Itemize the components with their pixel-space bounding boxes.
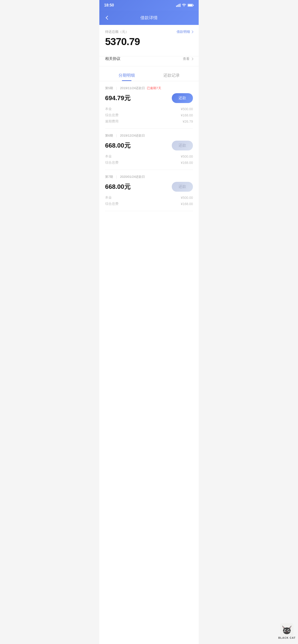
- back-button[interactable]: [104, 14, 111, 21]
- tab-bar: 分期明细 还款记录: [99, 69, 199, 81]
- status-time: 18:50: [104, 3, 114, 8]
- status-icons: [176, 4, 194, 7]
- tab-installment[interactable]: 分期明细: [104, 69, 149, 81]
- period-1-sep: ｜: [115, 86, 118, 90]
- detail-row: 本金 ¥500.00: [105, 154, 193, 158]
- tab-records[interactable]: 还款记录: [149, 69, 194, 81]
- detail-row: 综合息费 ¥168.00: [105, 113, 193, 118]
- detail-value: ¥500.00: [181, 154, 193, 158]
- detail-row: 综合息费 ¥168.00: [105, 160, 193, 165]
- chevron-right-icon: [191, 30, 193, 33]
- period-1-overdue: 已逾期7天: [147, 86, 161, 90]
- agreement-label: 相关协议: [105, 56, 120, 61]
- detail-label: 本金: [105, 107, 112, 111]
- period-3-date: 2020/01/24还款日: [120, 175, 145, 179]
- period-item-3: 第7期 ｜ 2020/01/24还款日 668.00元 还款 本金 ¥500.0…: [105, 170, 193, 211]
- period-2-sep: ｜: [115, 134, 118, 138]
- svg-point-4: [184, 6, 184, 6]
- wifi-icon: [182, 4, 186, 7]
- agreement-section: 相关协议 查看: [99, 56, 199, 66]
- period-3-amount: 668.00元: [105, 182, 130, 191]
- period-1-date: 2019/11/24还款日: [120, 86, 145, 90]
- period-3-num: 第7期: [105, 175, 113, 179]
- svg-rect-6: [193, 5, 194, 6]
- period-3-details: 本金 ¥500.00 综合息费 ¥168.00: [105, 196, 193, 206]
- detail-row: 综合息费 ¥168.00: [105, 202, 193, 206]
- svg-rect-3: [180, 4, 181, 7]
- summary-label: 待还总额（元）: [105, 30, 129, 34]
- loan-detail-link[interactable]: 借款明细: [177, 30, 193, 34]
- svg-rect-2: [179, 4, 179, 7]
- period-list: 第5期 ｜ 2019/11/24还款日 已逾期7天 694.79元 还款 本金 …: [99, 81, 199, 211]
- period-3-header: 第7期 ｜ 2020/01/24还款日: [105, 175, 193, 179]
- detail-value: ¥168.00: [181, 113, 193, 117]
- period-2-amount: 668.00元: [105, 141, 130, 150]
- detail-value: ¥26.79: [183, 120, 193, 124]
- period-item-2: 第6期 ｜ 2019/12/24还款日 668.00元 还款 本金 ¥500.0…: [105, 129, 193, 170]
- period-item-1: 第5期 ｜ 2019/11/24还款日 已逾期7天 694.79元 还款 本金 …: [105, 81, 193, 129]
- detail-label: 综合息费: [105, 202, 118, 206]
- period-1-num: 第5期: [105, 86, 113, 90]
- period-2-date: 2019/12/24还款日: [120, 134, 145, 138]
- detail-value: ¥500.00: [181, 107, 193, 111]
- detail-row: 本金 ¥500.00: [105, 107, 193, 111]
- repay-btn-3[interactable]: 还款: [172, 182, 193, 192]
- summary-section: 待还总额（元） 借款明细 5370.79: [99, 25, 199, 56]
- page-title: 借款详情: [140, 15, 158, 20]
- page-header: 借款详情: [99, 10, 199, 25]
- period-2-header: 第6期 ｜ 2019/12/24还款日: [105, 134, 193, 138]
- period-1-header: 第5期 ｜ 2019/11/24还款日 已逾期7天: [105, 86, 193, 90]
- period-3-amount-row: 668.00元 还款: [105, 182, 193, 192]
- repay-btn-1[interactable]: 还款: [172, 93, 193, 103]
- detail-value: ¥168.00: [181, 202, 193, 206]
- back-chevron-icon: [106, 16, 110, 20]
- repay-btn-2[interactable]: 还款: [172, 141, 193, 150]
- svg-rect-0: [176, 6, 177, 7]
- battery-icon: [188, 4, 194, 7]
- period-1-amount-row: 694.79元 还款: [105, 93, 193, 103]
- total-amount: 5370.79: [105, 36, 193, 48]
- detail-value: ¥168.00: [181, 161, 193, 164]
- detail-label: 本金: [105, 154, 112, 158]
- main-content: 待还总额（元） 借款明细 5370.79 相关协议 查看 分期明细 还款记录 第…: [99, 25, 199, 644]
- detail-value: ¥500.00: [181, 196, 193, 200]
- summary-header: 待还总额（元） 借款明细: [105, 30, 193, 34]
- view-agreement-link[interactable]: 查看: [183, 57, 193, 61]
- detail-label: 逾期费用: [105, 119, 118, 124]
- detail-row: 逾期费用 ¥26.79: [105, 119, 193, 124]
- period-3-sep: ｜: [115, 175, 118, 179]
- detail-label: 综合息费: [105, 160, 118, 165]
- status-bar: 18:50: [99, 0, 199, 10]
- svg-rect-7: [188, 4, 192, 6]
- period-1-details: 本金 ¥500.00 综合息费 ¥168.00 逾期费用 ¥26.79: [105, 107, 193, 124]
- svg-rect-1: [177, 5, 178, 7]
- detail-row: 本金 ¥500.00: [105, 196, 193, 200]
- period-2-num: 第6期: [105, 134, 113, 138]
- period-1-amount: 694.79元: [105, 94, 130, 102]
- period-2-details: 本金 ¥500.00 综合息费 ¥168.00: [105, 154, 193, 165]
- signal-icon: [176, 4, 181, 7]
- detail-label: 本金: [105, 196, 112, 200]
- detail-label: 综合息费: [105, 113, 118, 118]
- period-2-amount-row: 668.00元 还款: [105, 141, 193, 150]
- chevron-right-gray-icon: [191, 58, 193, 60]
